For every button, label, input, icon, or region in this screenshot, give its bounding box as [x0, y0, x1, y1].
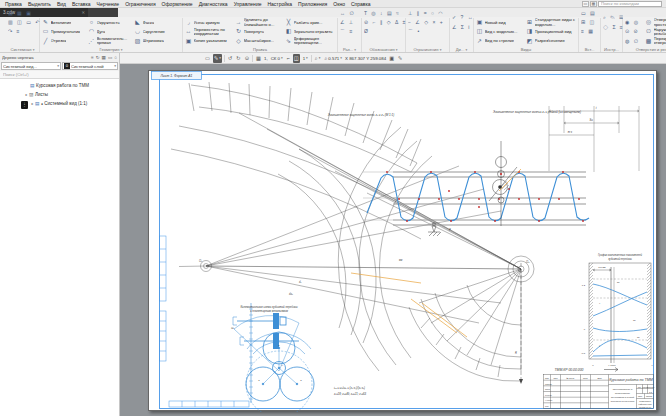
tree-item-document[interactable]: ▤ Курсовая работа по ТММ — [0, 81, 119, 90]
zoom-tool-icon[interactable]: ⌕▾ — [314, 54, 322, 63]
menu-item[interactable]: Настройка — [264, 1, 295, 7]
coordinate-system-dropdown[interactable]: СК 0▾ — [270, 54, 284, 63]
diagnostic-tool-icons[interactable]: ✓ ? ↔ ∠ Σ i — [452, 13, 474, 32]
standard-views-button[interactable]: ⊞Стандартные виды с моделью... — [526, 18, 576, 27]
kinematic-scheme — [233, 303, 314, 412]
construction-line-button[interactable]: ⋰Вспомогатель... прямая — [88, 37, 134, 46]
circle-button[interactable]: ○Окружность — [88, 18, 134, 27]
tree-search-input[interactable] — [3, 72, 116, 77]
arc-button[interactable]: ◠Дуга — [88, 27, 134, 36]
window-icon-1[interactable]: ▭ — [582, 1, 589, 7]
copy-button[interactable]: ▣Копия указанием — [185, 37, 235, 46]
menu-item[interactable]: Приложения — [295, 1, 330, 7]
angle-icon[interactable]: ⌐ — [286, 54, 291, 63]
group-label-geometry[interactable]: Геометрия ▾ — [42, 46, 180, 52]
chamfer-button[interactable]: ◣Фаска — [134, 18, 180, 27]
rotate-button[interactable]: ↻Повернуть — [235, 27, 285, 36]
zoom-value-dropdown[interactable]: ⌕0.571▾ — [323, 54, 343, 63]
projection-view-icon: ◨ — [526, 28, 533, 35]
group-label-constraints[interactable]: Ограничения ▾ — [408, 46, 447, 52]
deform-button[interactable]: ⇘Деформация перемещени... — [285, 37, 335, 46]
menu-item[interactable]: Выделить — [25, 1, 54, 7]
orbit-right-icon[interactable]: ↻ — [235, 54, 241, 63]
lit-header: Лит. — [638, 386, 642, 388]
insert-tool-icons[interactable]: ▭ ▤ ⊞ ◫ ≡ ▦ — [581, 9, 601, 37]
style-pencil-button[interactable]: ✎▾ — [213, 54, 222, 63]
sheet-frame — [160, 75, 654, 409]
section-view-button[interactable]: ◩Разрез/сечение — [526, 37, 576, 46]
tree-search[interactable] — [0, 71, 119, 79]
menu-item[interactable]: Ограничения — [122, 1, 158, 7]
pin-icon[interactable]: ○ — [114, 55, 117, 60]
view-state-icon[interactable]: ⋮ — [21, 101, 28, 109]
group-label-dimensions[interactable]: Раз... ▾ — [340, 46, 359, 52]
view-by-arrow-button[interactable]: ↗Вид по стрелке — [476, 37, 526, 46]
designation-tool-icons[interactable]: T ◎ ↓ ▤ ≈ ⊘ ⌐ ∥ ◇ Δ ± Ø — [364, 9, 406, 37]
system-tool-icons[interactable]: ▤ ▦ ▣ ▥ ◫ ▭ ↶ ↷ ≡ — [8, 9, 40, 37]
menu-item[interactable]: Окно — [330, 1, 348, 7]
menu-item[interactable]: Вставка — [69, 1, 94, 7]
hatch-button[interactable]: ▨Штриховка — [134, 37, 180, 46]
orbit-left-icon[interactable]: ↺ — [227, 54, 233, 63]
menu-item[interactable]: Правка — [2, 1, 25, 7]
grid-icon[interactable]: ▦ — [255, 54, 262, 63]
hole-tool-icons[interactable]: ◉ ◎ ⊙ ⊘ ◍ ∅ — [625, 18, 645, 46]
refresh-icon[interactable]: ↻ — [96, 55, 100, 60]
external-thread-button[interactable]: ∅Наружная резьба — [645, 27, 666, 36]
tree-item-sheets[interactable]: ▸ ▨ Листы — [0, 90, 119, 99]
dimension-tool-icons[interactable]: ↔ ∅ ∠ ⊥ ⌒ ≡ — [340, 9, 362, 37]
menu-item[interactable]: Оформление — [159, 1, 196, 7]
drawing-canvas[interactable]: Лист 1. Формат А1 — [120, 64, 666, 416]
group-label-diagnostics[interactable]: Ди... ▾ — [452, 46, 471, 52]
rectangle-button[interactable]: ▭Прямоугольник — [42, 27, 88, 36]
layer-dropdown[interactable]: 0 Системный слой ▾ — [62, 62, 118, 70]
snap-button[interactable]: ◫ — [293, 54, 300, 63]
document-mode-icon[interactable]: ▭ — [204, 54, 211, 63]
command-search-input[interactable] — [598, 1, 662, 7]
marker-icon[interactable]: ▣ — [388, 54, 395, 63]
menu-item[interactable]: Диагностика — [196, 1, 231, 7]
tree-item-system-view[interactable]: ▸ ▤ ● Системный вид (1:1) — [0, 99, 119, 108]
menu-item[interactable]: Вид — [54, 1, 69, 7]
split-button[interactable]: ╳Разбить крив... — [285, 18, 335, 27]
close-icon[interactable]: ✕ — [81, 10, 85, 15]
menu-item[interactable]: Справка — [348, 1, 374, 7]
window-icon-2[interactable]: ▦ — [590, 1, 597, 7]
menu-item[interactable]: Управление — [231, 1, 265, 7]
collapse-icon[interactable]: ▭ — [108, 55, 112, 60]
group-label-instruments[interactable]: Инстр... — [603, 46, 620, 52]
new-view-button[interactable]: ▣Новый вид — [476, 18, 526, 27]
group-label-holes[interactable]: Отверстия и резьбы — [625, 46, 666, 52]
instrument-tool-icons[interactable]: ⌕ ✎ ▦ ◇ Σ ≡ — [603, 13, 623, 32]
view-with-model-button[interactable]: ◫Вид с моделью... — [476, 27, 526, 36]
layer-quick-dropdown[interactable]: 1▾ — [302, 54, 309, 63]
group-label-insert[interactable]: Вст... — [581, 46, 598, 52]
rebuild-holes-button[interactable]: ▩Перекроить отверстия и из... — [645, 37, 666, 46]
extend-button[interactable]: →Удлинить до ближайшего о... — [235, 18, 285, 27]
sheet-view-tag[interactable]: Лист 1. Формат А1 — [152, 72, 202, 80]
group-label-system[interactable]: Системная ▾ — [8, 46, 37, 52]
rack-datum-lines — [363, 172, 586, 225]
mirror-button[interactable]: ◧Зеркально отразить — [285, 27, 335, 36]
dim-da1: da₁ — [289, 292, 293, 296]
group-label-designations[interactable]: Обозначения ▾ — [364, 46, 403, 52]
autoline-button[interactable]: ✎Автолиния — [42, 18, 88, 27]
segment-button[interactable]: ╱Отрезок — [42, 37, 88, 46]
fillet-button[interactable]: ◡Скругление — [134, 27, 180, 36]
menu-item[interactable]: Черчение — [94, 1, 123, 7]
pen-icon[interactable]: ✎ — [397, 54, 403, 63]
scale-button[interactable]: ◇Масштабиров... — [235, 37, 285, 46]
move-button[interactable]: ↔Переместить по координатам — [185, 27, 235, 36]
constraint-tool-icons[interactable]: ⊥ ∥ = ○ ◠ − ∠ ◇ × + ⌒ • — [408, 9, 450, 37]
col-doc: № докум. — [566, 377, 575, 379]
group-label-edit[interactable]: Правка — [185, 46, 335, 52]
drawing-sheet[interactable]: Лист 1. Формат А1 — [148, 70, 657, 411]
image-icon[interactable]: ▦ — [102, 55, 106, 60]
menu-icon[interactable]: ≡ — [91, 55, 94, 60]
orbit-center-icon[interactable]: ⊙ — [244, 54, 250, 63]
group-label-views[interactable]: Виды — [476, 46, 576, 52]
projection-view-button[interactable]: ◨Проекционный вид — [526, 27, 576, 36]
simple-hole-button[interactable]: ◎Отверстие простое — [645, 18, 666, 27]
view-dropdown[interactable]: Системный вид... ▾ — [1, 62, 61, 70]
trim-button[interactable]: ◞Усечь кривую — [185, 18, 235, 27]
